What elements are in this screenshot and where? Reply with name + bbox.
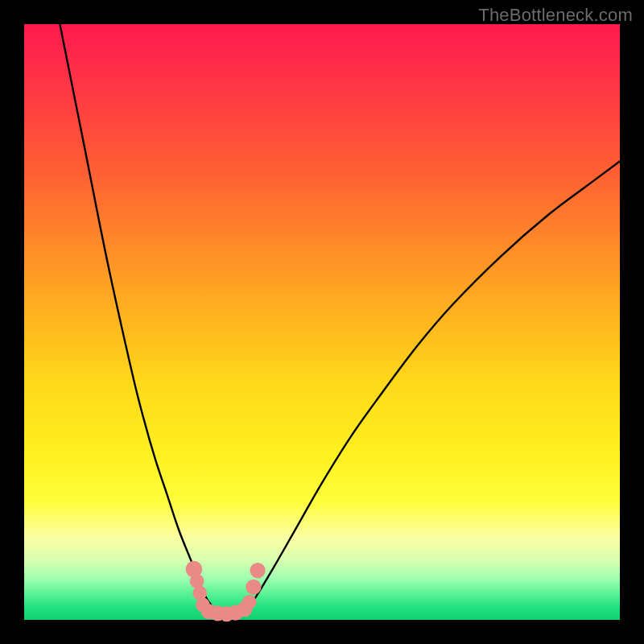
- dot: [192, 586, 207, 601]
- dot: [246, 580, 261, 595]
- dot: [190, 574, 204, 588]
- dot: [242, 595, 257, 609]
- dot-cluster: [186, 561, 266, 621]
- plot-area: [24, 24, 620, 620]
- chart-stage: TheBottleneck.com: [0, 0, 644, 644]
- curve-layer: [24, 24, 620, 620]
- curve-left-arm: [60, 24, 221, 614]
- curve-right-arm: [245, 161, 620, 613]
- dot: [250, 563, 265, 578]
- watermark-text: TheBottleneck.com: [478, 5, 633, 26]
